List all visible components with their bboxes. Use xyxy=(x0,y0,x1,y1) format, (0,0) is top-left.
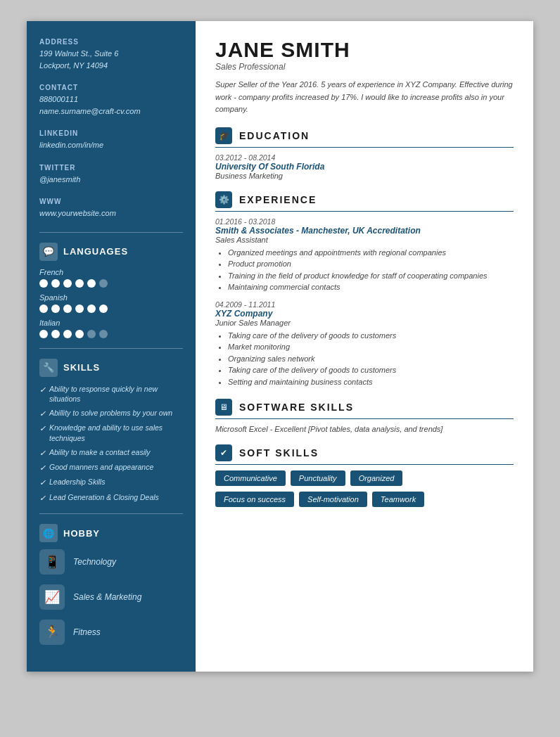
dot xyxy=(63,330,72,338)
exp-date-1: 01.2016 - 03.2018 xyxy=(215,217,514,226)
check-icon: ✓ xyxy=(39,478,46,488)
soft-skill-focus: Focus on success xyxy=(215,492,294,507)
main-content: JANE SMITH Sales Professional Super Sell… xyxy=(196,21,533,672)
dot xyxy=(63,279,72,288)
dot xyxy=(51,305,60,313)
soft-skills-row-1: Communicative Punctuality Organized xyxy=(215,470,514,486)
edu-school: University Of South Florida xyxy=(215,162,514,172)
software-section: 🖥 SOFTWARE SKILLS Microsoft Excel - Exce… xyxy=(215,399,514,433)
dot xyxy=(39,330,48,338)
experience-title: EXPERIENCE xyxy=(239,194,317,205)
dot xyxy=(63,305,72,313)
soft-skills-icon: ✔ xyxy=(215,444,232,461)
experience-section: ⚙️ EXPERIENCE 01.2016 - 03.2018 Smith & … xyxy=(215,191,514,388)
skills-list: ✓Ability to response quickly in new situ… xyxy=(39,384,183,504)
hobby-section: 🌐 HOBBY 📱 Technology 📈 Sales & Marketing… xyxy=(39,524,183,645)
soft-skills-title: SOFT SKILLS xyxy=(239,447,319,459)
soft-skills-row-2: Focus on success Self-motivation Teamwor… xyxy=(215,492,514,507)
education-icon: 🎓 xyxy=(215,127,232,144)
exp-item-1: 01.2016 - 03.2018 Smith & Associates - M… xyxy=(215,217,514,293)
fitness-icon: 🏃 xyxy=(39,620,65,645)
exp-role-1: Sales Assistant xyxy=(215,236,514,244)
dot xyxy=(51,279,60,288)
exp-bullets-2: Taking care of the delivery of goods to … xyxy=(215,330,514,388)
soft-skill-punctuality: Punctuality xyxy=(291,470,345,486)
exp-date-2: 04.2009 - 11.2011 xyxy=(215,300,514,309)
edu-date: 03.2012 - 08.2014 xyxy=(215,153,514,162)
soft-skill-communicative: Communicative xyxy=(215,470,286,486)
hobby-technology-label: Technology xyxy=(73,557,116,567)
list-item: Training in the field of product knowled… xyxy=(228,270,514,282)
www-label: WWW xyxy=(39,198,183,205)
contact-label: CONTACT xyxy=(39,84,183,91)
twitter-section: TWITTER @janesmith xyxy=(39,164,183,186)
dot xyxy=(87,305,96,313)
linkedin-value: linkedin.com/in/me xyxy=(39,139,183,151)
education-section: 🎓 EDUCATION 03.2012 - 08.2014 University… xyxy=(215,127,514,180)
dot xyxy=(75,305,84,313)
technology-icon: 📱 xyxy=(39,549,65,575)
skill-text: Ability to response quickly in new situa… xyxy=(49,384,183,404)
software-icon: 🖥 xyxy=(215,399,232,416)
hobby-sales: 📈 Sales & Marketing xyxy=(39,584,183,610)
address-section: ADDRESS 199 Walnut St., Suite 6Lockport,… xyxy=(39,38,183,71)
skill-text: Abillity to solve problems by your own xyxy=(49,408,172,418)
exp-bullets-1: Organized meetings and appointments with… xyxy=(215,247,514,293)
candidate-name: JANE SMITH xyxy=(215,38,514,62)
header-section: JANE SMITH Sales Professional Super Sell… xyxy=(215,38,514,116)
skill-item: ✓Leadership Skills xyxy=(39,477,183,488)
soft-skills-header: ✔ SOFT SKILLS xyxy=(215,444,514,465)
list-item: Product promotion xyxy=(228,258,514,270)
list-item: Market monitoring xyxy=(228,341,514,353)
skills-header: 🔧 SKILLS xyxy=(39,359,183,377)
twitter-value: @janesmith xyxy=(39,174,183,186)
software-text: Microsoft Excel - Excellent [Pivot table… xyxy=(215,425,514,433)
lang-italian-label: Italian xyxy=(39,319,183,327)
skill-item: ✓Good manners and appearance xyxy=(39,462,183,473)
candidate-summary: Super Seller of the Year 2016. 5 years o… xyxy=(215,79,514,116)
check-icon: ✓ xyxy=(39,385,46,395)
language-french: French xyxy=(39,268,183,288)
hobby-fitness-label: Fitness xyxy=(73,627,101,637)
check-icon: ✓ xyxy=(39,409,46,419)
hobby-title: HOBBY xyxy=(63,528,100,539)
contact-email: name.surname@craft-cv.com xyxy=(39,105,183,117)
languages-title: LANGUAGES xyxy=(63,246,128,257)
languages-section: 💬 LANGUAGES French Spanish xyxy=(39,243,183,338)
www-section: WWW www.yourwebsite.com xyxy=(39,198,183,219)
skill-item: ✓Abillity to solve problems by your own xyxy=(39,408,183,419)
resume-wrapper: ADDRESS 199 Walnut St., Suite 6Lockport,… xyxy=(27,21,533,672)
exp-role-2: Junior Sales Manager xyxy=(215,319,514,327)
languages-icon: 💬 xyxy=(39,243,58,261)
check-icon: ✓ xyxy=(39,463,46,473)
experience-header: ⚙️ EXPERIENCE xyxy=(215,191,514,212)
lang-french-label: French xyxy=(39,268,183,276)
soft-skill-organized: Organized xyxy=(350,470,403,486)
dot xyxy=(99,305,108,313)
skill-item: ✓Ability to response quickly in new situ… xyxy=(39,384,183,404)
www-value: www.yourwebsite.com xyxy=(39,207,183,219)
contact-section: CONTACT 888000111 name.surname@craft-cv.… xyxy=(39,84,183,117)
dot xyxy=(75,330,84,338)
experience-icon: ⚙️ xyxy=(215,191,232,208)
lang-spanish-dots xyxy=(39,305,183,313)
skill-text: Lead Generation & Closing Deals xyxy=(49,492,159,503)
skill-text: Ability to make a contact easily xyxy=(49,447,151,458)
list-item: Organized meetings and appointments with… xyxy=(228,247,514,259)
skills-section: 🔧 SKILLS ✓Ability to response quickly in… xyxy=(39,359,183,504)
contact-phone: 888000111 xyxy=(39,94,183,105)
check-icon: ✓ xyxy=(39,448,46,459)
list-item: Organizing sales network xyxy=(228,353,514,365)
dot xyxy=(75,279,84,288)
exp-company-2: XYZ Company xyxy=(215,309,514,319)
sidebar: ADDRESS 199 Walnut St., Suite 6Lockport,… xyxy=(27,21,196,672)
dot-empty xyxy=(99,279,108,288)
edu-degree: Business Marketing xyxy=(215,172,514,180)
dot xyxy=(87,279,96,288)
list-item: Taking care of the delivery of goods to … xyxy=(228,364,514,376)
skills-title: SKILLS xyxy=(63,362,100,373)
languages-header: 💬 LANGUAGES xyxy=(39,243,183,261)
linkedin-section: LINKEDIN linkedin.com/in/me xyxy=(39,129,183,151)
soft-skill-teamwork: Teamwork xyxy=(372,492,424,507)
address-label: ADDRESS xyxy=(39,38,183,46)
